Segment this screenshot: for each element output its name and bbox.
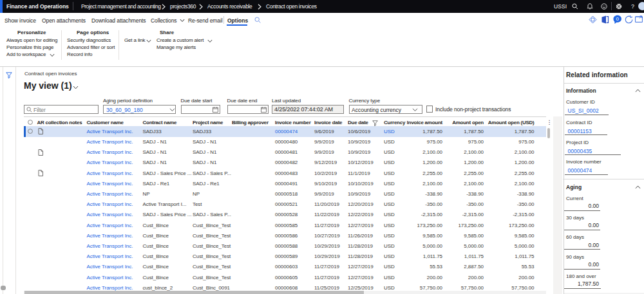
svg-text:0: 0 <box>616 16 619 22</box>
